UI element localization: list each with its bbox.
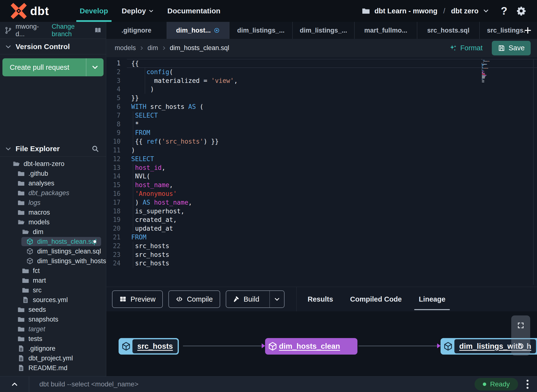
settings-gear-icon[interactable] (516, 6, 526, 16)
code-line-15[interactable]: 15 host_name, (106, 181, 537, 190)
editor-tab-dim_listings_...[interactable]: dim_listings_... (293, 22, 355, 39)
account-name[interactable]: dbt Learn - mwong (374, 7, 437, 15)
lineage-node-src_hosts[interactable]: src_hosts (119, 338, 179, 355)
code-line-16[interactable]: 16 'Anonymous' (106, 190, 537, 198)
code-line-2[interactable]: 2 config( (106, 68, 537, 77)
code-line-14[interactable]: 14 NVL( (106, 172, 537, 181)
minimap[interactable] (482, 59, 496, 83)
code-line-18[interactable]: 18 is_superhost, (106, 207, 537, 216)
tree-item-tests[interactable]: tests (0, 334, 106, 344)
format-button[interactable]: Format (444, 44, 487, 52)
build-button[interactable]: Build (226, 290, 285, 308)
expand-command-bar-button[interactable] (0, 376, 29, 392)
editor-tab-src_hosts.sql[interactable]: src_hosts.sql (417, 22, 480, 39)
tree-item-dbt_project.yml[interactable]: dbt_project.yml (0, 353, 106, 363)
tree-item-label: dim_listings_clean.sql (37, 248, 101, 255)
panel-tab-compiled-code[interactable]: Compiled Code (350, 287, 402, 311)
code-line-9[interactable]: 9 FROM (106, 129, 537, 137)
tree-item-dim[interactable]: dim (0, 227, 106, 237)
code-line-24[interactable]: 24 src_hosts (106, 259, 537, 268)
tree-item-snapshots[interactable]: snapshots (0, 314, 106, 324)
docs-book-icon[interactable] (94, 26, 102, 35)
help-icon[interactable]: ? (501, 5, 507, 17)
tree-item-sources.yml[interactable]: sources.yml (0, 295, 106, 305)
sparkles-icon (449, 44, 457, 52)
code-line-5[interactable]: 5}} (106, 94, 537, 103)
lineage-canvas[interactable]: dim_listings_with_hdim_hosts_cleansrc_ho… (106, 311, 537, 376)
project-name[interactable]: dbt zero (451, 7, 478, 15)
dbt-brand[interactable]: dbt (0, 0, 63, 22)
tree-item-fct[interactable]: fct (0, 266, 106, 276)
tree-item-dbt_packages[interactable]: dbt_packages (0, 188, 106, 198)
panel-tab-lineage[interactable]: Lineage (419, 287, 445, 311)
tree-item-logs[interactable]: logs (0, 198, 106, 208)
build-dropdown[interactable] (269, 291, 284, 307)
lineage-node-dim_hosts_clean[interactable]: dim_hosts_clean (265, 338, 357, 355)
version-control-header[interactable]: Version Control (0, 39, 106, 54)
kebab-menu-icon[interactable] (524, 379, 531, 390)
command-input[interactable] (29, 380, 475, 388)
nav-item-develop[interactable]: Develop (73, 0, 115, 22)
code-line-19[interactable]: 19 created_at, (106, 216, 537, 224)
nav-item-deploy[interactable]: Deploy (115, 0, 161, 22)
code-line-content: SELECT (127, 111, 537, 120)
code-line-22[interactable]: 22 src_hosts (106, 242, 537, 251)
panel-tab-results[interactable]: Results (308, 287, 333, 311)
code-line-11[interactable]: 11) (106, 146, 537, 155)
tree-item-dim_listings_with_hosts...[interactable]: dim_listings_with_hosts... (0, 256, 106, 266)
file-explorer-header[interactable]: File Explorer (0, 141, 106, 157)
code-line-1[interactable]: 1{{ (106, 59, 537, 68)
tree-item-seeds[interactable]: seeds (0, 305, 106, 314)
lineage-controls (511, 315, 530, 356)
fullscreen-icon[interactable] (517, 322, 524, 329)
compile-button[interactable]: Compile (168, 290, 220, 308)
code-line-8[interactable]: 8 * (106, 120, 537, 129)
create-pull-request-button[interactable]: Create pull request (2, 58, 104, 76)
indent-guide (145, 68, 145, 77)
chevron-down-icon[interactable] (483, 8, 489, 14)
folder-icon (17, 325, 25, 333)
refresh-icon[interactable] (517, 342, 524, 350)
tree-item-models[interactable]: models (0, 217, 106, 227)
code-line-10[interactable]: 10 {{ ref('src_hosts') }} (106, 137, 537, 146)
code-line-13[interactable]: 13 host_id, (106, 164, 537, 172)
code-line-23[interactable]: 23 src_hosts (106, 251, 537, 259)
editor-tab-mart_fullmo...[interactable]: mart_fullmo... (355, 22, 417, 39)
code-line-6[interactable]: 6WITH src_hosts AS ( (106, 103, 537, 111)
code-line-7[interactable]: 7 SELECT (106, 111, 537, 120)
code-line-4[interactable]: 4 ) (106, 85, 537, 94)
change-branch-link[interactable]: Change branch (52, 23, 91, 38)
code-editor[interactable]: 1{{2 config(3 materialized = 'view',4 )5… (106, 57, 537, 287)
tree-item-.github[interactable]: .github (0, 169, 106, 178)
breadcrumb-item[interactable]: dim (147, 44, 158, 52)
breadcrumb-item[interactable]: dim_hosts_clean.sql (170, 44, 229, 52)
code-line-content: {{ ref('src_hosts') }} (127, 137, 537, 146)
tree-item-dim_listings_clean.sql[interactable]: dim_listings_clean.sql (0, 246, 106, 256)
tree-item-README.md[interactable]: README.md (0, 363, 106, 373)
editor-scrollbar[interactable] (533, 59, 534, 285)
preview-button[interactable]: Preview (112, 290, 163, 308)
code-line-21[interactable]: 21FROM (106, 233, 537, 242)
tree-item-dim_hosts_clean.sql[interactable]: dim_hosts_clean.sql (0, 237, 106, 246)
tree-item-analyses[interactable]: analyses (0, 178, 106, 188)
breadcrumb-item[interactable]: models (115, 44, 136, 52)
tree-item-src[interactable]: src (0, 285, 106, 295)
add-tab-button[interactable] (521, 22, 535, 39)
code-line-17[interactable]: 17 ) AS host_name, (106, 198, 537, 207)
nav-item-documentation[interactable]: Documentation (161, 0, 227, 22)
save-button[interactable]: Save (492, 41, 531, 55)
code-line-3[interactable]: 3 materialized = 'view', (106, 77, 537, 85)
code-line-12[interactable]: 12SELECT (106, 155, 537, 164)
pull-request-dropdown[interactable] (86, 58, 104, 76)
tree-item-target[interactable]: target (0, 324, 106, 334)
code-line-20[interactable]: 20 updated_at (106, 224, 537, 233)
tree-item-dbt-learn-zero[interactable]: dbt-learn-zero (0, 159, 106, 169)
editor-tab-.gitignore[interactable]: .gitignore (106, 22, 167, 39)
left-sidebar: Version Control Create pull request File… (0, 39, 106, 376)
editor-tab-dim_host...[interactable]: dim_host... (167, 22, 229, 39)
search-icon[interactable] (91, 145, 99, 153)
tree-item-mart[interactable]: mart (0, 276, 106, 285)
editor-tab-dim_listings_...[interactable]: dim_listings_... (229, 22, 293, 39)
tree-item-macros[interactable]: macros (0, 208, 106, 217)
tree-item-.gitignore[interactable]: .gitignore (0, 344, 106, 353)
